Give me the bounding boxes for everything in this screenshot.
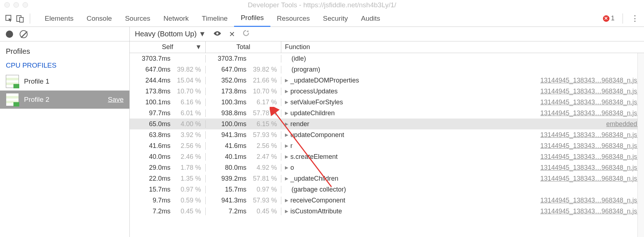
source-link[interactable]: 13144945_138343…968348_n.js:	[540, 164, 644, 172]
disclosure-triangle-icon[interactable]: ▶	[285, 100, 288, 105]
tab-elements[interactable]: Elements	[38, 10, 80, 27]
source-link[interactable]: 13144945_138343…968348_n.js:	[540, 99, 644, 106]
tab-security[interactable]: Security	[317, 10, 355, 27]
kebab-menu-icon[interactable]: ⋮	[631, 14, 640, 23]
table-row[interactable]: 22.0ms1.35 %939.2ms57.81 %▶_updateChildr…	[130, 173, 644, 184]
self-pct: 10.70 %	[173, 88, 204, 95]
tab-timeline[interactable]: Timeline	[195, 10, 234, 27]
function-name: updateComponent	[290, 131, 344, 139]
source-link[interactable]: 13144945_138343…968348_n.js:	[540, 109, 644, 117]
view-mode-select[interactable]: Heavy (Bottom Up) ▼	[135, 30, 206, 38]
total-ms: 352.0ms	[206, 77, 249, 84]
table-row[interactable]: 173.8ms10.70 %173.8ms10.70 %▶processUpda…	[130, 86, 644, 97]
col-header-function[interactable]: Function	[281, 41, 644, 53]
self-pct: 2.56 %	[173, 142, 204, 150]
self-pct: 1.78 %	[173, 164, 204, 172]
error-badge[interactable]: ✕ 1	[603, 15, 615, 22]
table-row[interactable]: 29.0ms1.78 %80.0ms4.92 %▶o13144945_13834…	[130, 162, 644, 173]
table-row[interactable]: 647.0ms39.82 %647.0ms39.82 %(program)	[130, 64, 644, 75]
total-pct: 0.97 %	[249, 186, 280, 193]
sort-desc-icon: ▼	[195, 43, 202, 51]
source-link[interactable]: 13144945_138343…968348_n.js:	[540, 175, 644, 182]
disclosure-triangle-icon[interactable]: ▶	[285, 154, 288, 159]
total-pct: 57.78 %	[249, 109, 280, 117]
disclosure-triangle-icon[interactable]: ▶	[285, 176, 288, 181]
table-row[interactable]: 41.6ms2.56 %41.6ms2.56 %▶r13144945_13834…	[130, 140, 644, 151]
profile-view: Heavy (Bottom Up) ▼ ✕ Self ▼ Total Funct…	[130, 27, 644, 237]
source-link[interactable]: 13144945_138343…968348_n.js:	[540, 131, 644, 139]
col-header-total[interactable]: Total	[206, 41, 281, 53]
self-ms: 244.4ms	[130, 77, 173, 84]
record-icon[interactable]	[6, 31, 13, 38]
tab-profiles[interactable]: Profiles	[234, 10, 270, 27]
tab-sources[interactable]: Sources	[118, 10, 157, 27]
close-window-icon[interactable]	[4, 2, 10, 8]
total-ms: 40.1ms	[206, 153, 249, 161]
total-ms: 647.0ms	[206, 66, 249, 73]
disclosure-triangle-icon[interactable]: ▶	[285, 132, 288, 137]
self-pct: 6.01 %	[173, 109, 204, 117]
disclosure-triangle-icon[interactable]: ▶	[285, 209, 288, 214]
table-row[interactable]: 15.7ms0.97 %15.7ms0.97 %(garbage collect…	[130, 184, 644, 195]
device-mode-icon[interactable]	[15, 14, 25, 23]
source-link[interactable]: 13144945_138343…968348_n.js:	[540, 153, 644, 161]
close-icon[interactable]: ✕	[229, 30, 235, 39]
tab-audits[interactable]: Audits	[354, 10, 387, 27]
source-link[interactable]: 13144945_138343…968348_n.js:	[540, 88, 644, 95]
self-pct: 39.82 %	[173, 66, 204, 73]
window-title: Developer Tools - https://jsfiddle.net/n…	[248, 1, 397, 9]
reload-icon[interactable]	[242, 29, 250, 39]
disclosure-triangle-icon[interactable]: ▶	[285, 121, 288, 126]
table-row[interactable]: 100.1ms6.16 %100.3ms6.17 %▶setValueForSt…	[130, 97, 644, 108]
table-row[interactable]: 63.8ms3.92 %941.3ms57.93 %▶updateCompone…	[130, 129, 644, 140]
profile-label: Profile 2	[24, 96, 49, 104]
error-count: 1	[611, 15, 615, 22]
total-ms: 3703.7ms	[206, 55, 249, 63]
profile-item[interactable]: Profile 2Save	[0, 91, 129, 109]
disclosure-triangle-icon[interactable]: ▶	[285, 143, 288, 148]
focus-icon[interactable]	[213, 30, 222, 38]
tab-console[interactable]: Console	[80, 10, 118, 27]
source-link[interactable]: 13144945_138343…968348_n.js:	[540, 197, 644, 204]
tab-network[interactable]: Network	[157, 10, 196, 27]
table-row[interactable]: 97.7ms6.01 %938.8ms57.78 %▶updateChildre…	[130, 108, 644, 118]
inspect-element-icon[interactable]	[4, 14, 14, 23]
zoom-window-icon[interactable]	[23, 2, 28, 8]
self-ms: 7.2ms	[130, 208, 173, 215]
window-controls[interactable]	[4, 2, 28, 8]
col-header-self[interactable]: Self ▼	[130, 41, 206, 53]
profile-rows: 3703.7ms3703.7ms(idle)647.0ms39.82 %647.…	[130, 53, 644, 237]
titlebar: Developer Tools - https://jsfiddle.net/n…	[0, 0, 644, 10]
sidebar-title: Profiles	[0, 41, 129, 59]
table-row[interactable]: 65.0ms4.00 %100.0ms6.15 %▶renderembedded…	[130, 118, 644, 129]
function-name: s.createElement	[290, 153, 338, 161]
self-pct: 0.59 %	[173, 197, 204, 204]
profile-icon	[6, 75, 19, 88]
profile-item[interactable]: Profile 1	[0, 72, 129, 91]
table-row[interactable]: 244.4ms15.04 %352.0ms21.66 %▶_updateDOMP…	[130, 75, 644, 86]
self-pct: 0.45 %	[173, 208, 204, 215]
function-name: setValueForStyles	[290, 99, 343, 106]
disclosure-triangle-icon[interactable]: ▶	[285, 165, 288, 170]
disclosure-triangle-icon[interactable]: ▶	[285, 111, 288, 116]
tab-resources[interactable]: Resources	[270, 10, 317, 27]
total-ms: 80.0ms	[206, 164, 249, 172]
table-row[interactable]: 40.0ms2.46 %40.1ms2.47 %▶s.createElement…	[130, 151, 644, 162]
total-ms: 939.2ms	[206, 175, 249, 182]
table-header: Self ▼ Total Function	[130, 41, 644, 53]
minimize-window-icon[interactable]	[13, 2, 19, 8]
save-link[interactable]: Save	[108, 96, 124, 104]
source-link[interactable]: 13144945_138343…968348_n.js:	[540, 142, 644, 150]
source-link[interactable]: 13144945_138343…968348_n.js:	[540, 77, 644, 84]
disclosure-triangle-icon[interactable]: ▶	[285, 198, 288, 203]
table-row[interactable]: 9.7ms0.59 %941.3ms57.93 %▶receiveCompone…	[130, 195, 644, 206]
table-row[interactable]: 7.2ms0.45 %7.2ms0.45 %▶isCustomAttribute…	[130, 206, 644, 217]
table-row[interactable]: 3703.7ms3703.7ms(idle)	[130, 53, 644, 64]
total-ms: 938.8ms	[206, 109, 249, 117]
clear-icon[interactable]	[20, 30, 28, 38]
disclosure-triangle-icon[interactable]: ▶	[285, 89, 288, 94]
total-pct: 57.93 %	[249, 131, 280, 139]
disclosure-triangle-icon[interactable]: ▶	[285, 78, 288, 83]
source-link[interactable]: 13144945_138343…968348_n.js:	[540, 208, 644, 215]
scrollbar[interactable]	[637, 53, 644, 237]
